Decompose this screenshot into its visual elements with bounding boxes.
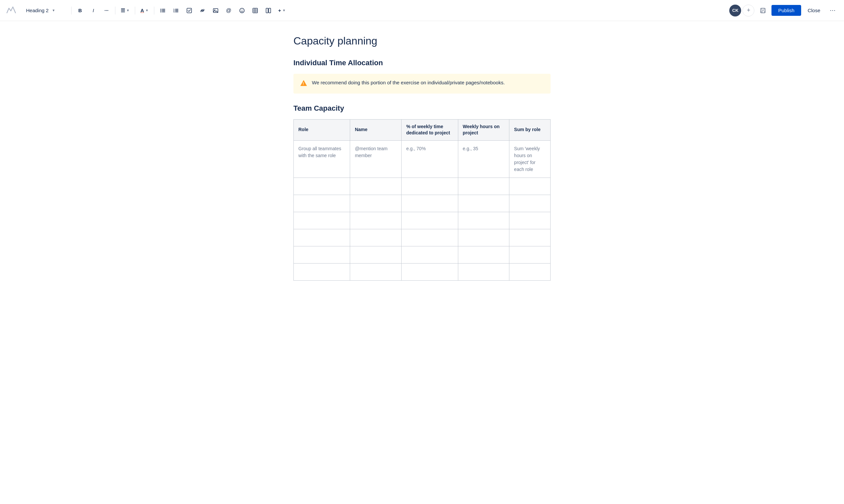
team-capacity-section: Team Capacity Role Name % of weekly time… — [293, 104, 551, 281]
cell-sum-2[interactable] — [510, 195, 551, 212]
table-button[interactable] — [249, 5, 261, 16]
table-row — [294, 195, 551, 212]
heading-selector[interactable]: Heading 2 ▼ — [22, 5, 69, 16]
svg-text:!: ! — [303, 82, 304, 86]
layout-icon — [265, 7, 271, 14]
svg-text:3.: 3. — [173, 11, 175, 13]
link-button[interactable] — [196, 5, 208, 16]
document-title[interactable]: Capacity planning — [293, 34, 551, 48]
warning-icon: ! — [300, 79, 307, 88]
bullet-list-button[interactable] — [157, 5, 169, 16]
table-row — [294, 263, 551, 280]
cell-name-4[interactable] — [350, 229, 401, 246]
cell-name-1[interactable] — [350, 178, 401, 195]
cell-percent-1[interactable] — [401, 178, 458, 195]
cell-name-0[interactable]: @mention team member — [350, 140, 401, 178]
layout-button[interactable] — [262, 5, 274, 16]
save-icon — [760, 7, 766, 14]
cell-role-4[interactable] — [294, 229, 350, 246]
app-logo[interactable] — [5, 5, 17, 16]
cell-sum-5[interactable] — [510, 246, 551, 263]
cell-sum-4[interactable] — [510, 229, 551, 246]
svg-rect-24 — [269, 8, 271, 13]
emoji-button[interactable] — [236, 5, 248, 16]
svg-rect-5 — [162, 12, 165, 12]
content-area: Capacity planning Individual Time Alloca… — [274, 21, 570, 307]
table-row — [294, 178, 551, 195]
table-icon — [252, 7, 258, 14]
cell-weekly-hours-4[interactable] — [458, 229, 510, 246]
svg-point-2 — [160, 10, 161, 11]
divider-3 — [135, 6, 135, 15]
chevron-down-icon: ▼ — [52, 8, 55, 12]
cell-role-3[interactable] — [294, 212, 350, 229]
cell-weekly-hours-5[interactable] — [458, 246, 510, 263]
emoji-icon — [239, 7, 245, 14]
table-row: Group all teammates with the same role @… — [294, 140, 551, 178]
cell-name-5[interactable] — [350, 246, 401, 263]
cell-name-6[interactable] — [350, 263, 401, 280]
table-row — [294, 246, 551, 263]
svg-point-0 — [160, 8, 161, 10]
cell-sum-6[interactable] — [510, 263, 551, 280]
svg-rect-7 — [175, 9, 178, 10]
cell-role-1[interactable] — [294, 178, 350, 195]
close-button[interactable]: Close — [804, 5, 824, 16]
table-row — [294, 229, 551, 246]
col-header-name: Name — [350, 119, 401, 140]
avatar[interactable]: CK — [729, 5, 741, 16]
col-header-weekly-hours: Weekly hours on project — [458, 119, 510, 140]
svg-rect-11 — [175, 12, 178, 12]
more-options-button[interactable]: ··· — [827, 5, 839, 16]
cell-percent-0[interactable]: e.g., 70% — [401, 140, 458, 178]
cell-percent-2[interactable] — [401, 195, 458, 212]
cell-name-2[interactable] — [350, 195, 401, 212]
svg-rect-12 — [187, 8, 192, 13]
italic-button[interactable]: I — [87, 5, 99, 16]
cell-weekly-hours-6[interactable] — [458, 263, 510, 280]
cell-role-6[interactable] — [294, 263, 350, 280]
cell-weekly-hours-3[interactable] — [458, 212, 510, 229]
col-header-percent: % of weekly time dedicated to project — [401, 119, 458, 140]
col-header-role: Role — [294, 119, 350, 140]
svg-rect-9 — [175, 10, 178, 11]
image-button[interactable] — [210, 5, 222, 16]
bullet-list-icon — [160, 7, 166, 14]
cell-sum-3[interactable] — [510, 212, 551, 229]
cell-percent-5[interactable] — [401, 246, 458, 263]
cell-percent-6[interactable] — [401, 263, 458, 280]
bold-button[interactable]: B — [74, 5, 86, 16]
svg-rect-1 — [162, 9, 165, 10]
checkbox-button[interactable] — [183, 5, 195, 16]
publish-button[interactable]: Publish — [772, 5, 801, 16]
svg-rect-27 — [761, 11, 764, 13]
chevron-down-icon: ▼ — [282, 8, 286, 12]
cell-weekly-hours-1[interactable] — [458, 178, 510, 195]
svg-rect-18 — [253, 8, 258, 13]
toolbar-right: CK + Publish Close ··· — [729, 5, 839, 16]
cell-percent-4[interactable] — [401, 229, 458, 246]
more-text-button[interactable]: ··· — [101, 5, 113, 16]
align-button[interactable]: ☰ ▼ — [118, 5, 132, 16]
mention-button[interactable]: @ — [223, 5, 235, 16]
chevron-down-icon: ▼ — [145, 8, 149, 12]
numbered-list-button[interactable]: 1. 2. 3. — [170, 5, 182, 16]
insert-button[interactable]: + ▼ — [276, 5, 289, 16]
capacity-table: Role Name % of weekly time dedicated to … — [293, 119, 551, 281]
cell-percent-3[interactable] — [401, 212, 458, 229]
cell-sum-0[interactable]: Sum 'weekly hours on project' for each r… — [510, 140, 551, 178]
cell-name-3[interactable] — [350, 212, 401, 229]
cell-weekly-hours-0[interactable]: e.g., 35 — [458, 140, 510, 178]
cell-weekly-hours-2[interactable] — [458, 195, 510, 212]
save-icon-button[interactable] — [757, 5, 769, 16]
text-color-button[interactable]: A ▼ — [138, 5, 151, 16]
cell-role-0[interactable]: Group all teammates with the same role — [294, 140, 350, 178]
svg-rect-3 — [162, 10, 165, 11]
chevron-down-icon: ▼ — [126, 8, 130, 12]
cell-sum-1[interactable] — [510, 178, 551, 195]
cell-role-5[interactable] — [294, 246, 350, 263]
toolbar: Heading 2 ▼ B I ··· ☰ ▼ A ▼ — [0, 0, 844, 21]
section-heading-team: Team Capacity — [293, 104, 551, 113]
add-collaborator-button[interactable]: + — [742, 5, 754, 16]
cell-role-2[interactable] — [294, 195, 350, 212]
